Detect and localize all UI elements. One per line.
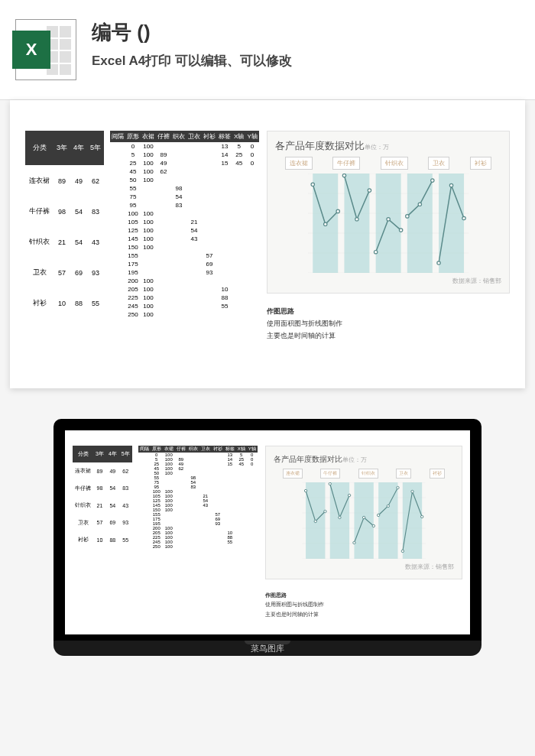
svg-point-41 bbox=[353, 541, 355, 543]
chart-container: 各产品年度数据对比单位：万连衣裙牛仔裤针织衣卫衣衬衫数据来源：销售部 bbox=[265, 446, 462, 579]
laptop-mockup: 分类3年4年5年连衣裙894962牛仔裤985483针织衣215443卫衣576… bbox=[54, 419, 481, 657]
svg-point-38 bbox=[338, 516, 340, 518]
axis-table: 间隔原形衣裙仔裤织衣卫衣衬衫标签X轴Y轴01001350510089142502… bbox=[138, 446, 258, 549]
table-header: X轴 bbox=[236, 446, 247, 453]
table-row: 9583 bbox=[110, 201, 259, 209]
table-row: 251004915450 bbox=[110, 159, 259, 167]
table-header: 衬衫 bbox=[202, 131, 217, 142]
table-header: 4年 bbox=[70, 131, 87, 165]
table-header: 4年 bbox=[106, 446, 119, 463]
notes-title: 作图思路 bbox=[267, 305, 510, 317]
table-header: 衣裙 bbox=[141, 131, 156, 142]
svg-point-17 bbox=[399, 229, 402, 232]
legend-item: 衬衫 bbox=[470, 157, 491, 170]
table-header: Y轴 bbox=[247, 446, 258, 453]
svg-point-50 bbox=[411, 490, 413, 492]
svg-point-21 bbox=[430, 179, 433, 182]
table-row: 20510010 bbox=[110, 285, 259, 294]
svg-point-25 bbox=[462, 216, 465, 219]
legend-item: 连衣裙 bbox=[285, 157, 313, 170]
svg-point-49 bbox=[401, 550, 404, 552]
svg-point-11 bbox=[342, 174, 345, 177]
chart-unit: 单位：万 bbox=[342, 456, 367, 463]
chart-canvas bbox=[275, 174, 501, 273]
table-header: 间隔 bbox=[110, 131, 125, 142]
excel-icon: X bbox=[15, 19, 76, 80]
table-row: 衬衫108855 bbox=[73, 531, 132, 549]
table-row: 12510054 bbox=[110, 226, 259, 235]
axis-table: 间隔原形衣裙仔裤织衣卫衣衬衫标签X轴Y轴01001350510089142502… bbox=[110, 131, 259, 319]
svg-point-15 bbox=[374, 251, 377, 254]
table-header: Y轴 bbox=[245, 131, 258, 142]
header: X 编号 () Excel A4打印 可以编辑、可以修改 bbox=[0, 0, 535, 100]
table-header: 3年 bbox=[54, 131, 70, 165]
table-row: 针织衣215443 bbox=[25, 227, 104, 258]
svg-point-47 bbox=[397, 486, 399, 488]
table-row: 连衣裙894962 bbox=[25, 165, 104, 196]
table-header: 3年 bbox=[93, 446, 106, 463]
legend-item: 连衣裙 bbox=[283, 469, 303, 479]
table-row: 250100 bbox=[138, 544, 258, 549]
table-header: 卫衣 bbox=[186, 131, 202, 142]
chart-legend: 连衣裙牛仔裤针织衣卫衣衬衫 bbox=[275, 157, 501, 170]
legend-item: 卫衣 bbox=[396, 469, 411, 479]
table-row: 150100 bbox=[110, 243, 259, 251]
table-row: 针织衣215443 bbox=[73, 497, 132, 514]
svg-point-43 bbox=[372, 524, 374, 527]
table-row: 01001350 bbox=[110, 142, 259, 151]
notes: 作图思路使用面积图与折线图制作主要也是时间轴的计算 bbox=[267, 305, 510, 342]
table-header: 衣裙 bbox=[163, 446, 175, 453]
svg-point-42 bbox=[362, 516, 365, 518]
table-header: X轴 bbox=[232, 131, 245, 142]
legend-item: 卫衣 bbox=[428, 157, 449, 170]
notes-line: 主要也是时间轴的计算 bbox=[265, 610, 462, 620]
chart-container: 各产品年度数据对比单位：万连衣裙牛仔裤针织衣卫衣衬衫数据来源：销售部 bbox=[267, 131, 510, 294]
table-header: 5年 bbox=[87, 131, 104, 165]
table-header: 原形 bbox=[125, 131, 141, 142]
category-table: 分类3年4年5年连衣裙894962牛仔裤985483针织衣215443卫衣576… bbox=[25, 131, 104, 319]
table-row: 15557 bbox=[110, 251, 259, 260]
legend-item: 针织衣 bbox=[381, 157, 408, 170]
table-row: 51008914250 bbox=[110, 151, 259, 159]
svg-point-46 bbox=[387, 505, 389, 507]
svg-point-23 bbox=[437, 261, 440, 264]
svg-point-16 bbox=[387, 218, 390, 221]
chart-unit: 单位：万 bbox=[365, 144, 389, 151]
svg-point-13 bbox=[368, 189, 371, 192]
svg-point-35 bbox=[323, 510, 326, 512]
svg-rect-14 bbox=[375, 174, 400, 273]
table-header: 标签 bbox=[217, 131, 232, 142]
table-header: 5年 bbox=[119, 446, 132, 463]
svg-point-20 bbox=[418, 203, 421, 206]
svg-point-19 bbox=[405, 215, 408, 218]
table-header: 仔裤 bbox=[175, 446, 187, 453]
table-row: 7554 bbox=[110, 193, 259, 201]
table-row: 14510043 bbox=[110, 235, 259, 243]
svg-point-51 bbox=[420, 515, 423, 518]
chart-footer: 数据来源：销售部 bbox=[274, 563, 454, 571]
table-header: 织衣 bbox=[171, 131, 186, 142]
svg-point-9 bbox=[336, 209, 339, 213]
table-row: 10510021 bbox=[110, 218, 259, 226]
category-table: 分类3年4年5年连衣裙894962牛仔裤985483针织衣215443卫衣576… bbox=[73, 446, 132, 549]
svg-rect-40 bbox=[354, 482, 373, 559]
page-title: 编号 () bbox=[92, 19, 520, 46]
notes-line: 主要也是时间轴的计算 bbox=[267, 329, 510, 342]
notes: 作图思路使用面积图与折线图制作主要也是时间轴的计算 bbox=[265, 591, 462, 620]
table-row: 22510088 bbox=[110, 294, 259, 302]
svg-point-34 bbox=[314, 520, 316, 522]
table-row: 50100 bbox=[110, 176, 259, 184]
chart-canvas bbox=[274, 482, 454, 559]
document-preview-1: 分类3年4年5年连衣裙894962牛仔裤985483针织衣215443卫衣576… bbox=[10, 100, 525, 388]
table-row: 250100 bbox=[110, 310, 259, 319]
svg-point-37 bbox=[329, 482, 331, 485]
table-header: 卫衣 bbox=[199, 446, 212, 453]
table-row: 衬衫108855 bbox=[25, 288, 104, 319]
table-row: 4510062 bbox=[110, 167, 259, 176]
table-header: 间隔 bbox=[138, 446, 151, 453]
svg-point-45 bbox=[377, 514, 379, 516]
table-header: 衬衫 bbox=[212, 446, 224, 453]
table-header: 标签 bbox=[224, 446, 236, 453]
table-row: 24510055 bbox=[110, 302, 259, 310]
legend-item: 牛仔裤 bbox=[332, 157, 360, 170]
